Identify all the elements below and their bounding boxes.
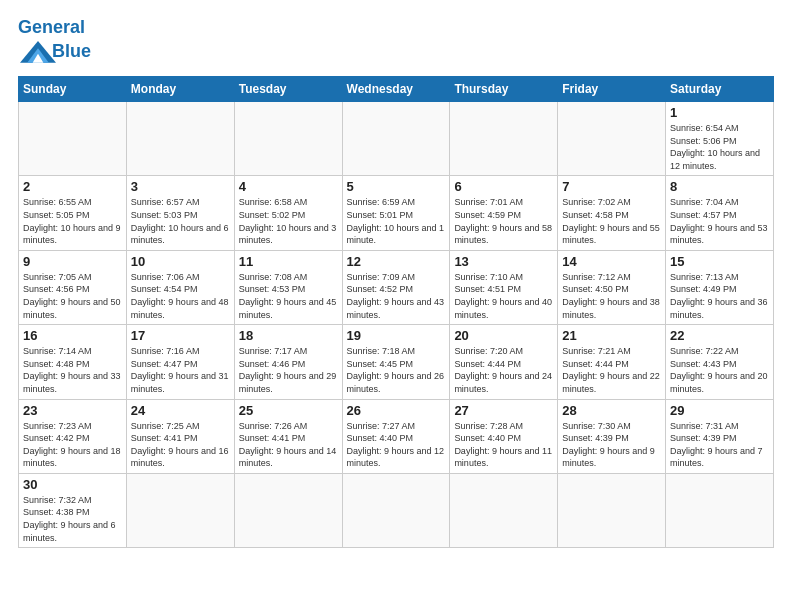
calendar-cell: 6Sunrise: 7:01 AM Sunset: 4:59 PM Daylig… — [450, 176, 558, 250]
day-number: 16 — [23, 328, 122, 343]
day-info: Sunrise: 7:30 AM Sunset: 4:39 PM Dayligh… — [562, 420, 661, 470]
header: General Blue — [18, 18, 774, 66]
calendar-cell: 19Sunrise: 7:18 AM Sunset: 4:45 PM Dayli… — [342, 325, 450, 399]
day-number: 1 — [670, 105, 769, 120]
day-info: Sunrise: 7:23 AM Sunset: 4:42 PM Dayligh… — [23, 420, 122, 470]
calendar-cell — [342, 102, 450, 176]
week-row-3: 9Sunrise: 7:05 AM Sunset: 4:56 PM Daylig… — [19, 250, 774, 324]
calendar-cell: 29Sunrise: 7:31 AM Sunset: 4:39 PM Dayli… — [666, 399, 774, 473]
day-header-wednesday: Wednesday — [342, 77, 450, 102]
day-header-tuesday: Tuesday — [234, 77, 342, 102]
day-number: 7 — [562, 179, 661, 194]
calendar-cell — [450, 473, 558, 547]
calendar-cell: 30Sunrise: 7:32 AM Sunset: 4:38 PM Dayli… — [19, 473, 127, 547]
week-row-5: 23Sunrise: 7:23 AM Sunset: 4:42 PM Dayli… — [19, 399, 774, 473]
day-number: 10 — [131, 254, 230, 269]
calendar-cell — [450, 102, 558, 176]
day-number: 4 — [239, 179, 338, 194]
day-number: 26 — [347, 403, 446, 418]
day-info: Sunrise: 7:02 AM Sunset: 4:58 PM Dayligh… — [562, 196, 661, 246]
calendar-cell: 21Sunrise: 7:21 AM Sunset: 4:44 PM Dayli… — [558, 325, 666, 399]
calendar-cell: 13Sunrise: 7:10 AM Sunset: 4:51 PM Dayli… — [450, 250, 558, 324]
calendar-cell: 27Sunrise: 7:28 AM Sunset: 4:40 PM Dayli… — [450, 399, 558, 473]
day-number: 8 — [670, 179, 769, 194]
calendar-cell — [19, 102, 127, 176]
calendar-cell — [126, 473, 234, 547]
calendar-table: SundayMondayTuesdayWednesdayThursdayFrid… — [18, 76, 774, 548]
day-info: Sunrise: 7:04 AM Sunset: 4:57 PM Dayligh… — [670, 196, 769, 246]
day-number: 20 — [454, 328, 553, 343]
calendar-cell: 28Sunrise: 7:30 AM Sunset: 4:39 PM Dayli… — [558, 399, 666, 473]
day-number: 9 — [23, 254, 122, 269]
day-number: 19 — [347, 328, 446, 343]
calendar-cell: 16Sunrise: 7:14 AM Sunset: 4:48 PM Dayli… — [19, 325, 127, 399]
week-row-6: 30Sunrise: 7:32 AM Sunset: 4:38 PM Dayli… — [19, 473, 774, 547]
day-number: 18 — [239, 328, 338, 343]
day-info: Sunrise: 7:31 AM Sunset: 4:39 PM Dayligh… — [670, 420, 769, 470]
day-info: Sunrise: 7:16 AM Sunset: 4:47 PM Dayligh… — [131, 345, 230, 395]
day-number: 6 — [454, 179, 553, 194]
day-number: 14 — [562, 254, 661, 269]
day-number: 22 — [670, 328, 769, 343]
day-info: Sunrise: 7:25 AM Sunset: 4:41 PM Dayligh… — [131, 420, 230, 470]
calendar-cell: 5Sunrise: 6:59 AM Sunset: 5:01 PM Daylig… — [342, 176, 450, 250]
calendar-cell: 8Sunrise: 7:04 AM Sunset: 4:57 PM Daylig… — [666, 176, 774, 250]
calendar-cell: 4Sunrise: 6:58 AM Sunset: 5:02 PM Daylig… — [234, 176, 342, 250]
day-info: Sunrise: 6:58 AM Sunset: 5:02 PM Dayligh… — [239, 196, 338, 246]
logo-text: General — [18, 18, 91, 36]
day-header-saturday: Saturday — [666, 77, 774, 102]
calendar-cell: 15Sunrise: 7:13 AM Sunset: 4:49 PM Dayli… — [666, 250, 774, 324]
day-info: Sunrise: 7:14 AM Sunset: 4:48 PM Dayligh… — [23, 345, 122, 395]
calendar-cell: 23Sunrise: 7:23 AM Sunset: 4:42 PM Dayli… — [19, 399, 127, 473]
day-number: 15 — [670, 254, 769, 269]
day-info: Sunrise: 6:59 AM Sunset: 5:01 PM Dayligh… — [347, 196, 446, 246]
day-info: Sunrise: 7:28 AM Sunset: 4:40 PM Dayligh… — [454, 420, 553, 470]
calendar-cell — [234, 102, 342, 176]
day-info: Sunrise: 7:12 AM Sunset: 4:50 PM Dayligh… — [562, 271, 661, 321]
day-number: 21 — [562, 328, 661, 343]
day-info: Sunrise: 7:20 AM Sunset: 4:44 PM Dayligh… — [454, 345, 553, 395]
calendar-cell — [666, 473, 774, 547]
logo-general: General — [18, 17, 85, 37]
day-info: Sunrise: 7:21 AM Sunset: 4:44 PM Dayligh… — [562, 345, 661, 395]
day-number: 25 — [239, 403, 338, 418]
page: General Blue SundayMondayTuesdayWednesda… — [0, 0, 792, 612]
day-header-friday: Friday — [558, 77, 666, 102]
day-number: 28 — [562, 403, 661, 418]
calendar-cell: 11Sunrise: 7:08 AM Sunset: 4:53 PM Dayli… — [234, 250, 342, 324]
day-info: Sunrise: 7:17 AM Sunset: 4:46 PM Dayligh… — [239, 345, 338, 395]
calendar-cell — [558, 473, 666, 547]
day-number: 12 — [347, 254, 446, 269]
calendar-cell: 7Sunrise: 7:02 AM Sunset: 4:58 PM Daylig… — [558, 176, 666, 250]
day-number: 17 — [131, 328, 230, 343]
day-info: Sunrise: 7:08 AM Sunset: 4:53 PM Dayligh… — [239, 271, 338, 321]
day-info: Sunrise: 7:05 AM Sunset: 4:56 PM Dayligh… — [23, 271, 122, 321]
calendar-cell: 9Sunrise: 7:05 AM Sunset: 4:56 PM Daylig… — [19, 250, 127, 324]
day-info: Sunrise: 6:57 AM Sunset: 5:03 PM Dayligh… — [131, 196, 230, 246]
logo: General Blue — [18, 18, 91, 66]
day-number: 30 — [23, 477, 122, 492]
day-number: 27 — [454, 403, 553, 418]
day-info: Sunrise: 6:55 AM Sunset: 5:05 PM Dayligh… — [23, 196, 122, 246]
calendar-cell: 10Sunrise: 7:06 AM Sunset: 4:54 PM Dayli… — [126, 250, 234, 324]
day-header-monday: Monday — [126, 77, 234, 102]
calendar-cell: 20Sunrise: 7:20 AM Sunset: 4:44 PM Dayli… — [450, 325, 558, 399]
calendar-cell: 26Sunrise: 7:27 AM Sunset: 4:40 PM Dayli… — [342, 399, 450, 473]
day-header-thursday: Thursday — [450, 77, 558, 102]
calendar-cell: 17Sunrise: 7:16 AM Sunset: 4:47 PM Dayli… — [126, 325, 234, 399]
day-header-sunday: Sunday — [19, 77, 127, 102]
calendar-cell: 18Sunrise: 7:17 AM Sunset: 4:46 PM Dayli… — [234, 325, 342, 399]
day-number: 11 — [239, 254, 338, 269]
calendar-cell — [234, 473, 342, 547]
day-number: 2 — [23, 179, 122, 194]
day-info: Sunrise: 7:18 AM Sunset: 4:45 PM Dayligh… — [347, 345, 446, 395]
week-row-2: 2Sunrise: 6:55 AM Sunset: 5:05 PM Daylig… — [19, 176, 774, 250]
day-info: Sunrise: 7:13 AM Sunset: 4:49 PM Dayligh… — [670, 271, 769, 321]
day-info: Sunrise: 7:26 AM Sunset: 4:41 PM Dayligh… — [239, 420, 338, 470]
calendar-cell: 2Sunrise: 6:55 AM Sunset: 5:05 PM Daylig… — [19, 176, 127, 250]
calendar-cell: 22Sunrise: 7:22 AM Sunset: 4:43 PM Dayli… — [666, 325, 774, 399]
day-number: 13 — [454, 254, 553, 269]
day-number: 5 — [347, 179, 446, 194]
week-row-4: 16Sunrise: 7:14 AM Sunset: 4:48 PM Dayli… — [19, 325, 774, 399]
calendar-cell: 3Sunrise: 6:57 AM Sunset: 5:03 PM Daylig… — [126, 176, 234, 250]
